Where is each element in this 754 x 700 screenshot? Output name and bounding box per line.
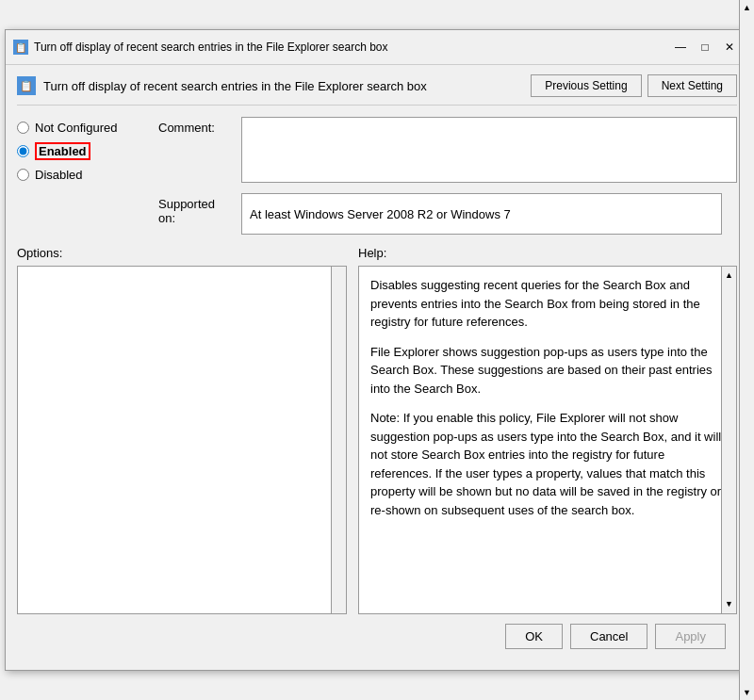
header-row: 📋 Turn off display of recent search entr… [17,74,737,106]
not-configured-option[interactable]: Not Configured [17,121,149,135]
window-title: Turn off display of recent search entrie… [34,41,388,54]
comment-box-wrapper [241,117,737,186]
help-scroll-up[interactable]: ▲ [722,267,736,285]
supported-scroll-down[interactable]: ▼ [740,685,754,700]
help-scroll-down[interactable]: ▼ [722,595,736,614]
comment-textarea[interactable] [241,117,737,183]
previous-setting-button[interactable]: Previous Setting [531,74,641,97]
header-icon: 📋 [17,76,36,95]
apply-button[interactable]: Apply [655,624,726,649]
header-text: 📋 Turn off display of recent search entr… [17,76,531,95]
help-title: Help: [358,246,737,260]
header-buttons: Previous Setting Next Setting [531,74,737,97]
disabled-radio[interactable] [17,169,29,181]
comment-label: Comment: [158,117,234,186]
help-panel: Help: Disables suggesting recent queries… [358,246,737,614]
comment-section: Comment: ▲ ▼ [158,117,737,186]
minimize-button[interactable]: — [669,36,692,58]
supported-scroll-up[interactable]: ▲ [740,0,754,15]
left-panel: Not Configured Enabled Disabled [17,117,158,246]
enabled-radio[interactable] [17,145,29,157]
not-configured-radio[interactable] [17,122,29,134]
cancel-button[interactable]: Cancel [570,624,647,649]
help-scrollbar[interactable]: ▲ ▼ [721,267,736,613]
options-scrollbar[interactable] [331,267,346,613]
bottom-area: Options: Help: Disables suggesting recen… [17,246,737,614]
window-icon: 📋 [13,40,28,55]
close-button[interactable]: ✕ [718,36,741,58]
help-paragraph-2: File Explorer shows suggestion pop-ups a… [370,343,725,399]
ok-button[interactable]: OK [505,624,563,649]
right-panel: Comment: ▲ ▼ Supported on: At least Wind… [158,117,737,246]
help-box: Disables suggesting recent queries for t… [358,266,737,614]
title-bar-left: 📋 Turn off display of recent search entr… [13,40,388,55]
not-configured-label: Not Configured [35,121,117,135]
supported-label: Supported on: [158,193,234,235]
header-description: Turn off display of recent search entrie… [43,79,427,93]
disabled-option[interactable]: Disabled [17,168,149,182]
options-panel: Options: [17,246,347,614]
enabled-label: Enabled [35,142,90,160]
supported-scrollbar[interactable]: ▲ ▼ [739,0,754,700]
main-window: 📋 Turn off display of recent search entr… [5,29,749,671]
options-title: Options: [17,246,347,260]
dialog-content: 📋 Turn off display of recent search entr… [6,65,748,670]
help-paragraph-1: Disables suggesting recent queries for t… [370,276,725,332]
supported-box-wrapper: At least Windows Server 2008 R2 or Windo… [241,193,737,235]
main-area: Not Configured Enabled Disabled Comm [17,117,737,246]
next-setting-button[interactable]: Next Setting [647,74,737,97]
maximize-button[interactable]: □ [694,36,716,58]
radio-group: Not Configured Enabled Disabled [17,121,149,182]
title-bar-controls: — □ ✕ [669,36,741,58]
options-box [17,266,347,614]
supported-value: At least Windows Server 2008 R2 or Windo… [241,193,722,235]
supported-section: Supported on: At least Windows Server 20… [158,193,737,235]
help-paragraph-3: Note: If you enable this policy, File Ex… [370,409,725,519]
disabled-label: Disabled [35,168,83,182]
dialog-footer: OK Cancel Apply [17,614,737,660]
enabled-option[interactable]: Enabled [17,142,149,160]
title-bar: 📋 Turn off display of recent search entr… [6,30,748,65]
